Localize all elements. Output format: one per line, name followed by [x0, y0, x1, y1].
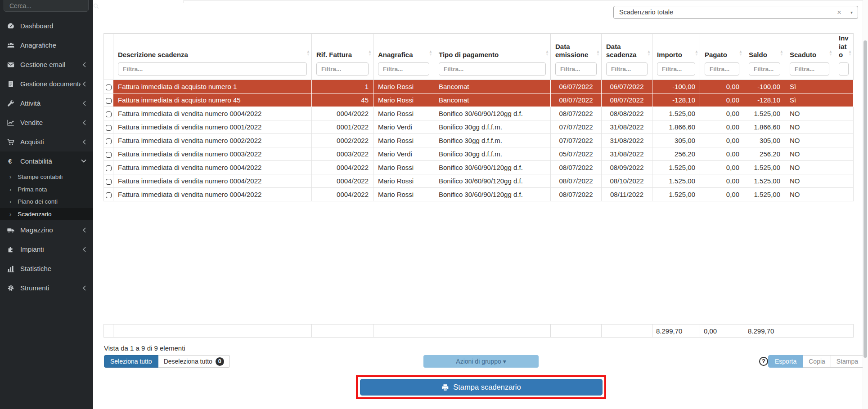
row-checkbox[interactable] — [106, 111, 112, 117]
search-input[interactable] — [4, 0, 93, 9]
sort-icon[interactable]: ▲▼ — [647, 50, 651, 56]
export-button[interactable]: Esporta — [768, 355, 803, 368]
vertical-scrollbar-thumb[interactable] — [864, 40, 867, 358]
select-all-button[interactable]: Seleziona tutto — [104, 355, 158, 368]
cell-rif: 0004/2022 — [312, 188, 373, 201]
cell-pagato: 0,00 — [700, 161, 744, 174]
sidebar-item-statistiche[interactable]: Statistiche — [0, 259, 93, 278]
column-header-scadenza[interactable]: ▲▼Data scadenza — [602, 34, 652, 80]
column-header-inviato[interactable]: ▲▼Inviato — [834, 34, 854, 80]
print-button[interactable]: Stampa — [831, 355, 864, 368]
filter-input-pagamento[interactable] — [439, 62, 546, 76]
cell-descrizione: Fattura immediata di vendita numero 0004… — [113, 174, 312, 188]
table-row[interactable]: Fattura immediata di vendita numero 0004… — [104, 107, 854, 120]
sidebar-subitem-prima-nota[interactable]: ›Prima nota — [0, 183, 93, 196]
filter-input-scadenza[interactable] — [606, 62, 648, 76]
sort-icon[interactable]: ▲▼ — [368, 50, 372, 56]
table-row[interactable]: Fattura immediata di vendita numero 0004… — [104, 174, 854, 188]
column-header-pagato[interactable]: ▲▼Pagato — [700, 34, 744, 80]
svg-text:€: € — [8, 157, 12, 164]
row-checkbox[interactable] — [106, 165, 112, 171]
column-label: Importo — [657, 51, 695, 59]
column-header-pagamento[interactable]: ▲▼Tipo di pagamento — [434, 34, 551, 80]
deselect-all-button[interactable]: Deseleziona tutto 0 — [158, 355, 230, 368]
chevron-down-icon[interactable]: ▾ — [850, 6, 853, 18]
table-row[interactable]: Fattura immediata di acquisto numero 454… — [104, 93, 854, 107]
copy-button[interactable]: Copia — [803, 355, 831, 368]
table-row[interactable]: Fattura immediata di vendita numero 0004… — [104, 188, 854, 201]
sidebar-item-dashboard[interactable]: Dashboard — [0, 16, 93, 36]
sort-icon[interactable]: ▲▼ — [848, 50, 852, 56]
cart-icon — [6, 138, 15, 146]
sidebar-subitem-scadenzario[interactable]: ›Scadenzario — [0, 208, 93, 221]
column-header-emissione[interactable]: ▲▼Data emissione — [551, 34, 602, 80]
print-schedule-button[interactable]: Stampa scadenzario — [360, 379, 603, 396]
column-header-scaduto[interactable]: ▲▼Scaduto — [785, 34, 834, 80]
sort-icon[interactable]: ▲▼ — [829, 50, 832, 56]
sort-icon[interactable]: ▲▼ — [306, 50, 310, 56]
search-icon[interactable] — [93, 3, 99, 9]
puzzle-icon — [6, 245, 15, 253]
table-row[interactable]: Fattura immediata di vendita numero 0003… — [104, 147, 854, 161]
sort-icon[interactable]: ▲▼ — [429, 50, 432, 56]
row-checkbox[interactable] — [106, 98, 112, 104]
column-header-importo[interactable]: ▲▼Importo — [652, 34, 700, 80]
filter-input-inviato[interactable] — [839, 62, 849, 76]
sidebar-item-contabilit[interactable]: €Contabilità — [0, 151, 93, 171]
sort-icon[interactable]: ▲▼ — [739, 50, 742, 56]
row-checkbox[interactable] — [106, 152, 112, 158]
sidebar-item-label: Gestione email — [20, 61, 81, 68]
cell-rif: 0004/2022 — [312, 174, 373, 188]
cell-pagamento: Bonifico 30/60/90/120gg d.f. — [434, 161, 551, 174]
sort-icon[interactable]: ▲▼ — [545, 50, 549, 56]
row-checkbox[interactable] — [106, 138, 112, 144]
sort-icon[interactable]: ▲▼ — [596, 50, 600, 56]
column-header-saldo[interactable]: ▲▼Saldo — [744, 34, 785, 80]
sidebar: DashboardAnagraficheGestione emailGestio… — [0, 0, 93, 409]
row-checkbox[interactable] — [106, 84, 112, 90]
sidebar-item-strumenti[interactable]: Strumenti — [0, 278, 93, 298]
table-row[interactable]: Fattura immediata di vendita numero 0004… — [104, 161, 854, 174]
sidebar-subitem-stampe-contabili[interactable]: ›Stampe contabili — [0, 171, 93, 183]
column-header-anagrafica[interactable]: ▲▼Anagrafica — [373, 34, 434, 80]
column-header-descrizione[interactable]: ▲▼Descrizione scadenza — [113, 34, 312, 80]
cell-saldo: -100,00 — [744, 80, 785, 93]
sort-icon[interactable]: ▲▼ — [695, 50, 698, 56]
filter-input-pagato[interactable] — [705, 62, 739, 76]
totals-inviato — [834, 325, 854, 338]
table-row[interactable]: Fattura immediata di vendita numero 0002… — [104, 134, 854, 147]
filter-input-descrizione[interactable] — [118, 62, 307, 76]
filter-input-rif[interactable] — [316, 62, 369, 76]
sidebar-item-gestione-email[interactable]: Gestione email — [0, 55, 93, 74]
filter-input-emissione[interactable] — [555, 62, 597, 76]
cell-scaduto: NO — [785, 134, 834, 147]
table-row[interactable]: Fattura immediata di vendita numero 0001… — [104, 120, 854, 134]
group-actions-button[interactable]: Azioni di gruppo ▾ — [423, 355, 539, 368]
chevron-left-icon — [82, 247, 86, 252]
row-checkbox[interactable] — [106, 125, 112, 131]
sort-icon[interactable]: ▲▼ — [780, 50, 783, 56]
sidebar-item-anagrafiche[interactable]: Anagrafiche — [0, 36, 93, 55]
sidebar-item-gestione-documentale[interactable]: Gestione documentale — [0, 74, 93, 93]
filter-input-scaduto[interactable] — [790, 62, 829, 76]
filter-input-anagrafica[interactable] — [378, 62, 429, 76]
filter-input-saldo[interactable] — [749, 62, 780, 76]
help-icon[interactable]: ? — [759, 357, 768, 366]
sidebar-item-acquisti[interactable]: Acquisti — [0, 132, 93, 151]
sidebar-item-vendite[interactable]: Vendite — [0, 113, 93, 132]
filter-input-importo[interactable] — [657, 62, 695, 76]
sidebar-item-impianti[interactable]: Impianti — [0, 240, 93, 259]
column-header-rif[interactable]: ▲▼Rif. Fattura — [312, 34, 373, 80]
sidebar-item-attivit[interactable]: Attività — [0, 93, 93, 113]
row-checkbox[interactable] — [106, 192, 112, 198]
sidebar-item-magazzino[interactable]: Magazzino — [0, 220, 93, 240]
sidebar-subitem-piano-dei-conti[interactable]: ›Piano dei conti — [0, 196, 93, 208]
totals-importo: 8.299,70 — [652, 325, 700, 338]
schedule-view-select[interactable]: Scadenzario totale × ▾ — [613, 6, 858, 19]
cell-importo: 1.525,00 — [652, 161, 700, 174]
cell-rif: 0004/2022 — [312, 107, 373, 120]
table-row[interactable]: Fattura immediata di acquisto numero 11M… — [104, 80, 854, 93]
sidebar-item-label: Magazzino — [20, 226, 81, 234]
row-checkbox[interactable] — [106, 179, 112, 185]
clear-selection-icon[interactable]: × — [837, 6, 841, 18]
